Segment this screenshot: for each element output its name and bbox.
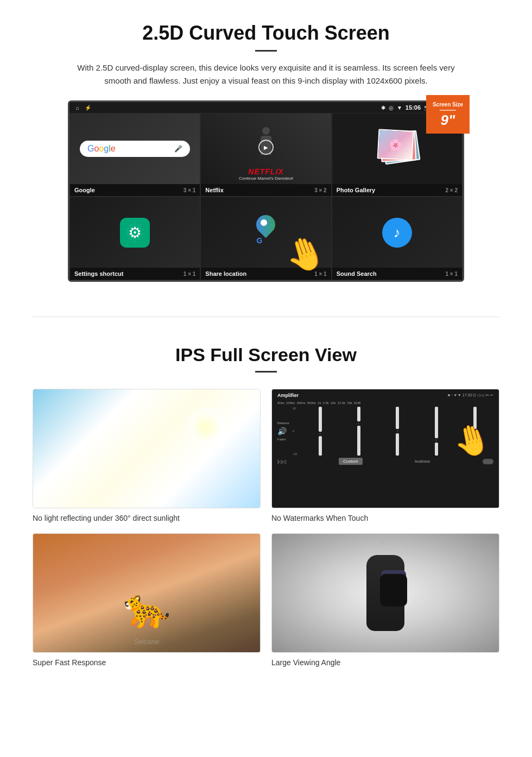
maps-g-letter: G (256, 236, 262, 245)
eq-bar-3 (379, 407, 416, 456)
google-bg: Google 🎤 (70, 113, 200, 184)
section-curved-screen: 2.5D Curved Touch Screen With 2.5D curve… (0, 0, 532, 300)
section2-divider (255, 371, 277, 373)
section-ips: IPS Full Screen View No light reflecting… (0, 333, 532, 683)
mic-icon[interactable]: 🎤 (174, 145, 182, 153)
app-cell-netflix[interactable]: ▶ NETFLIX Continue Marvel's Daredevil Ne… (200, 113, 331, 197)
gallery-label-bar: Photo Gallery 2 × 2 (332, 184, 462, 196)
eq-bar-1 (301, 407, 338, 456)
screen-size-badge: Screen Size 9" (426, 95, 470, 134)
amp-toggle-switch[interactable] (483, 459, 493, 464)
sound-bg: ♪ (332, 197, 462, 268)
photo-card-3: 🌸 (377, 129, 414, 160)
settings-bg: ⚙ ⚙ (70, 197, 200, 268)
section2-title: IPS Full Screen View (33, 344, 499, 365)
share-location-content: G 🤚 (201, 197, 331, 268)
car-top-view: ↑ (358, 550, 413, 636)
badge-divider (440, 110, 456, 111)
car-image: ↑ (271, 533, 499, 653)
badge-value: 9" (432, 113, 464, 127)
section-divider-line (33, 317, 499, 317)
settings-content: ⚙ ⚙ (70, 197, 200, 268)
netflix-content: ▶ NETFLIX Continue Marvel's Daredevil (201, 113, 331, 184)
flower-icon: 🌸 (389, 138, 403, 152)
photo-stack: 🌸 (375, 127, 419, 171)
usb-icon: ⚡ (85, 105, 91, 111)
gallery-grid-size: 2 × 2 (445, 187, 458, 193)
sound-search-content: ♪ (332, 197, 462, 268)
share-app-name: Share location (205, 270, 246, 277)
cheetah-icon: 🐆 (123, 586, 170, 630)
feature-sunlight: No light reflecting under 360° direct su… (33, 389, 261, 522)
bluetooth-icon: ✱ (381, 105, 385, 111)
cheetah-label: Super Fast Response (33, 658, 261, 667)
app-cell-sound-search[interactable]: ♪ Sound Search 1 × 1 (332, 197, 463, 280)
settings-app-name: Settings shortcut (74, 270, 123, 277)
maps-icon: G (254, 215, 278, 245)
cheetah-visual: 🐆 Seicane (33, 534, 260, 652)
settings-label-bar: Settings shortcut 1 × 1 (70, 268, 200, 280)
google-label-bar: Google 3 × 1 (70, 184, 200, 196)
amplifier-image: Amplifier ■ ·· ♥ ▼ 17:33 ⊡ ◁ ▭ ⊢ ↩ 60hz … (271, 389, 499, 508)
app-cell-google[interactable]: Google 🎤 Google 3 × 1 (69, 113, 200, 197)
amplifier-visual: Amplifier ■ ·· ♥ ▼ 17:33 ⊡ ◁ ▭ ⊢ ↩ 60hz … (272, 389, 499, 508)
settings-grid-size: 1 × 1 (183, 271, 196, 277)
google-content: Google 🎤 (70, 113, 200, 184)
netflix-figure: ▶ NETFLIX Continue Marvel's Daredevil (201, 113, 331, 184)
feature-grid: No light reflecting under 360° direct su… (33, 389, 499, 667)
eq-bar-2 (340, 407, 377, 456)
netflix-overlay: NETFLIX Continue Marvel's Daredevil (201, 164, 331, 184)
netflix-content-subtitle: Continue Marvel's Daredevil (205, 176, 326, 181)
share-grid-size: 1 × 1 (314, 271, 327, 277)
gallery-app-name: Photo Gallery (337, 187, 376, 193)
status-left: ⌂ ⚡ (76, 105, 91, 111)
sound-app-name: Sound Search (337, 270, 377, 277)
amp-prev-icon: |◁◁ (277, 459, 286, 464)
netflix-app-name: Netflix (205, 187, 224, 193)
netflix-grid-size: 3 × 2 (314, 187, 327, 193)
app-cell-settings[interactable]: ⚙ ⚙ Settings shortcut 1 × 1 (69, 197, 200, 280)
share-bg: G 🤚 (201, 197, 331, 268)
netflix-label-bar: Netflix 3 × 2 (201, 184, 331, 196)
google-search-bar[interactable]: Google 🎤 (80, 141, 190, 157)
google-app-name: Google (74, 187, 95, 193)
amp-status: ■ ·· ♥ ▼ 17:33 ⊡ ◁ ▭ ⊢ ↩ (448, 393, 493, 398)
location-icon: ◎ (389, 105, 394, 111)
seicane-watermark-cheetah: Seicane (134, 638, 160, 646)
maps-inner (261, 219, 267, 226)
sunlight-image (33, 389, 261, 508)
play-button[interactable]: ▶ (258, 140, 274, 155)
sunlight-visual (33, 389, 260, 508)
google-grid-size: 3 × 1 (183, 187, 196, 193)
feature-car: ↑ Large Viewing Angle (271, 533, 499, 667)
music-note-icon: ♪ (394, 224, 401, 241)
cheetah-image: 🐆 Seicane (33, 533, 261, 653)
device-screen: ⌂ ⚡ ✱ ◎ ▼ 15:06 📷 🔊 ✕ ▭ (68, 100, 464, 282)
status-bar: ⌂ ⚡ ✱ ◎ ▼ 15:06 📷 🔊 ✕ ▭ (69, 102, 463, 113)
car-direction-arrow: ↑ (380, 539, 384, 548)
amp-title: Amplifier (277, 393, 299, 398)
netflix-logo: NETFLIX (205, 167, 326, 176)
time-display: 15:06 (406, 104, 421, 111)
amplifier-label: No Watermarks When Touch (271, 514, 499, 522)
car-body (366, 555, 404, 631)
eq-bar-4 (417, 407, 454, 456)
home-icon[interactable]: ⌂ (76, 105, 79, 111)
section1-description: With 2.5D curved-display screen, this de… (76, 61, 456, 87)
app-cell-share-location[interactable]: G 🤚 Share location 1 × 1 (200, 197, 331, 280)
figure-head (262, 127, 270, 135)
amp-top-bar: Amplifier ■ ·· ♥ ▼ 17:33 ⊡ ◁ ▭ ⊢ ↩ (275, 393, 496, 398)
amp-loudness-label: loudness (415, 459, 430, 463)
sound-label-bar: Sound Search 1 × 1 (332, 268, 462, 280)
music-circle: ♪ (382, 218, 412, 248)
section1-divider (255, 50, 277, 52)
sound-grid-size: 1 × 1 (445, 271, 458, 277)
amp-custom-btn[interactable]: Custom (339, 458, 363, 465)
feature-amplifier: Amplifier ■ ·· ♥ ▼ 17:33 ⊡ ◁ ▭ ⊢ ↩ 60hz … (271, 389, 499, 522)
google-logo: Google (87, 144, 116, 154)
sun-rays (184, 406, 227, 449)
device-mockup: Screen Size 9" ⌂ ⚡ ✱ ◎ ▼ 15:06 📷 🔊 ✕ (68, 100, 464, 282)
app-grid: Google 🎤 Google 3 × 1 (69, 113, 463, 280)
feature-cheetah: 🐆 Seicane Super Fast Response (33, 533, 261, 667)
car-label: Large Viewing Angle (271, 658, 499, 667)
